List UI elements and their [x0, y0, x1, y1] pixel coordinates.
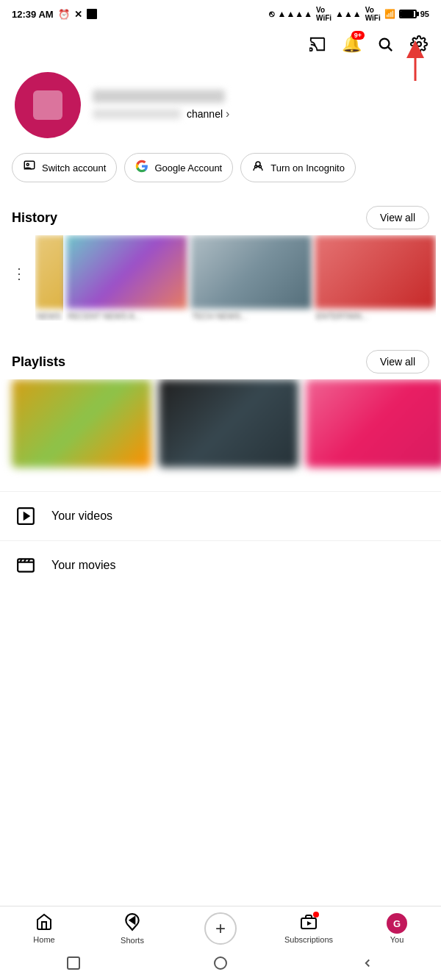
wifi-icon: 📶: [384, 9, 395, 19]
avatar: [15, 72, 81, 138]
svg-marker-19: [307, 921, 312, 926]
system-nav: [0, 948, 441, 980]
svg-point-10: [259, 165, 262, 168]
svg-rect-0: [309, 49, 312, 51]
your-videos-item[interactable]: Your videos: [0, 491, 441, 540]
playlists-title: Playlists: [12, 354, 65, 370]
subscriptions-label: Subscriptions: [284, 935, 333, 944]
menu-items-section: Your videos Your movies: [0, 491, 441, 590]
battery-icon: [399, 10, 417, 18]
signal-icon2: ▲▲▲: [335, 9, 362, 19]
playlist-item-1[interactable]: [12, 379, 151, 468]
nav-items: Home Shorts +: [0, 906, 441, 948]
status-left: 12:39 AM ⏰ ✕: [12, 9, 97, 20]
time-display: 12:39 AM: [12, 9, 54, 20]
home-icon: [35, 913, 53, 934]
nav-create[interactable]: +: [176, 912, 265, 945]
svg-point-7: [26, 163, 29, 165]
profile-name: [93, 90, 225, 103]
create-button[interactable]: +: [204, 912, 237, 945]
sys-back-button[interactable]: [359, 955, 376, 971]
square-icon: [87, 9, 97, 19]
plus-icon: +: [215, 920, 226, 937]
playlist-item-3[interactable]: [306, 379, 441, 468]
sys-home-button[interactable]: [212, 955, 229, 971]
nav-you[interactable]: G You: [353, 913, 441, 944]
switch-account-icon: [23, 160, 36, 176]
search-button[interactable]: [375, 34, 395, 54]
history-thumbnails: NEWS RECENT NEWS A... TECH NEWS... ENTER…: [29, 235, 436, 329]
profile-section: channel ›: [0, 60, 441, 150]
action-buttons: Switch account Google Account Turn on In…: [0, 150, 441, 197]
three-dots-icon: ⋮: [12, 265, 26, 282]
alarm-icon: ⏰: [58, 9, 70, 20]
history-header: History View all: [0, 197, 441, 235]
history-section: History View all ⋮ NEWS RECENT NEWS A...…: [0, 197, 441, 329]
google-icon: [135, 160, 148, 176]
play-box-icon: [15, 505, 37, 527]
home-label: Home: [33, 935, 54, 944]
playlists-section: Playlists View all: [0, 341, 441, 479]
cast-button[interactable]: [307, 34, 328, 54]
subscription-notification-dot: [313, 912, 319, 918]
svg-point-9: [255, 165, 257, 168]
notifications-button[interactable]: 🔔 9+: [341, 34, 362, 54]
svg-point-1: [380, 39, 390, 49]
nav-home[interactable]: Home: [0, 913, 88, 944]
switch-account-label: Switch account: [42, 162, 106, 174]
playlists-view-all-button[interactable]: View all: [366, 350, 429, 373]
nav-subscriptions[interactable]: Subscriptions: [265, 913, 353, 944]
incognito-icon: [251, 160, 265, 176]
google-account-label: Google Account: [154, 162, 222, 174]
your-videos-label: Your videos: [51, 509, 112, 523]
vo-wifi-label2: VoWiFi: [365, 6, 381, 22]
history-thumb-1[interactable]: RECENT NEWS A...: [66, 235, 187, 321]
your-movies-item[interactable]: Your movies: [0, 540, 441, 590]
channel-link[interactable]: channel ›: [93, 107, 426, 121]
nav-shorts[interactable]: Shorts: [88, 912, 176, 945]
battery-percent: 95: [420, 10, 429, 18]
history-thumb-2[interactable]: TECH NEWS...: [190, 235, 312, 321]
status-bar: 12:39 AM ⏰ ✕ ⎋ ▲▲▲▲ VoWiFi ▲▲▲ VoWiFi 📶 …: [0, 0, 441, 28]
bottom-nav: Home Shorts +: [0, 906, 441, 980]
subscriber-count: [93, 109, 181, 119]
settings-button[interactable]: [409, 34, 429, 54]
shorts-label: Shorts: [121, 936, 144, 945]
switch-account-button[interactable]: Switch account: [12, 153, 117, 182]
x-icon: ✕: [74, 9, 82, 20]
signal-icon: ▲▲▲▲: [278, 9, 313, 19]
you-label: You: [390, 935, 404, 944]
incognito-label: Turn on Incognito: [270, 162, 345, 174]
history-title: History: [12, 210, 57, 226]
playlist-thumbnails: [0, 379, 441, 479]
history-view-all-button[interactable]: View all: [366, 206, 429, 229]
playlist-item-2[interactable]: [159, 379, 298, 468]
playlists-header: Playlists View all: [0, 341, 441, 379]
clapperboard-icon: [15, 554, 37, 576]
bluetooth-icon: ⎋: [269, 9, 274, 19]
you-initial: G: [393, 918, 401, 929]
incognito-button[interactable]: Turn on Incognito: [240, 153, 356, 182]
chevron-right-icon: ›: [226, 107, 229, 121]
vo-wifi-label: VoWiFi: [316, 6, 331, 22]
avatar-inner: [33, 90, 62, 120]
subscriptions-icon: [300, 916, 318, 934]
svg-point-3: [417, 42, 421, 46]
shorts-icon: [123, 912, 142, 934]
your-movies-label: Your movies: [51, 559, 115, 572]
google-account-button[interactable]: Google Account: [124, 153, 233, 182]
you-avatar: G: [387, 913, 407, 934]
svg-line-2: [388, 47, 392, 51]
svg-marker-12: [24, 513, 29, 520]
history-thumb-partial[interactable]: NEWS: [35, 235, 63, 321]
notification-badge: 9+: [351, 31, 365, 40]
sys-square-button[interactable]: [65, 955, 82, 971]
status-right: ⎋ ▲▲▲▲ VoWiFi ▲▲▲ VoWiFi 📶 95: [269, 6, 429, 22]
history-thumb-3[interactable]: ENTERTAIN...: [315, 235, 436, 321]
top-toolbar: 🔔 9+: [0, 28, 441, 60]
profile-info: channel ›: [93, 90, 426, 121]
channel-text: channel: [187, 108, 223, 120]
